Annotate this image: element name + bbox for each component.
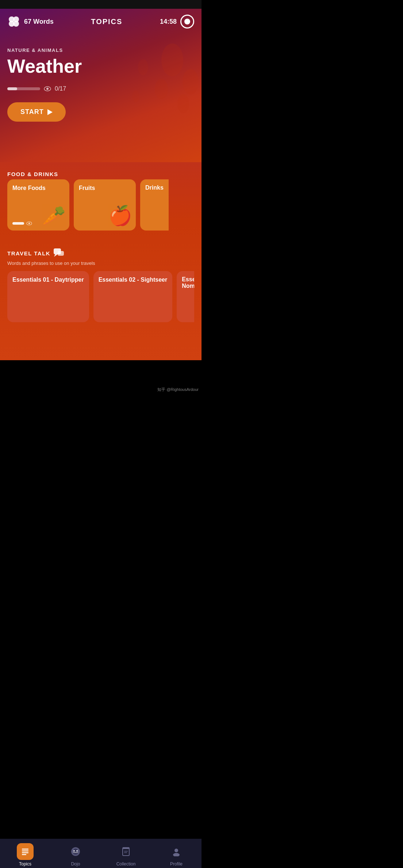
hero-content: NATURE & ANIMALS Weather 0/17 START: [0, 33, 202, 133]
food-drinks-title: FOOD & DRINKS: [7, 171, 58, 177]
essentials-03-card-partial[interactable]: Essen-Noma...: [177, 271, 194, 322]
time-display: 14:58: [160, 18, 177, 26]
food-drinks-header: FOOD & DRINKS: [7, 171, 194, 177]
eye-icon: [44, 86, 51, 91]
hero-progress-row: 0/17: [7, 85, 194, 92]
svg-point-13: [28, 222, 30, 224]
essentials-01-title: Essentials 01 - Daytripper: [12, 276, 84, 284]
travel-talk-cards: Essentials 01 - Daytripper Essentials 02…: [7, 271, 194, 325]
more-foods-card[interactable]: More Foods 🥕: [7, 179, 69, 231]
more-foods-bar: [12, 222, 24, 225]
essentials-02-title: Essentials 02 - Sightseer: [99, 276, 168, 284]
svg-rect-16: [58, 251, 64, 256]
start-button-label: START: [20, 108, 44, 116]
app-logo: [7, 15, 20, 28]
play-icon: [47, 109, 53, 115]
svg-marker-15: [54, 254, 58, 257]
food-drinks-cards: More Foods 🥕 Fruits 🍎: [7, 179, 194, 233]
fruits-card[interactable]: Fruits 🍎: [74, 179, 136, 231]
app-header: 67 Words TOPICS 14:58: [0, 9, 202, 33]
fruits-icon: 🍎: [108, 205, 132, 227]
food-drinks-section: FOOD & DRINKS More Foods 🥕: [0, 162, 202, 239]
more-foods-progress: [12, 221, 32, 225]
drinks-card-partial[interactable]: Drinks: [140, 179, 169, 231]
hero-section: 67 Words TOPICS 14:58 NATURE & ANIMALS W…: [0, 9, 202, 162]
category-label: NATURE & ANIMALS: [7, 47, 194, 53]
header-title: TOPICS: [91, 18, 122, 26]
hero-progress-text: 0/17: [55, 85, 66, 92]
watermark: 知乎 @RightousArdour: [157, 387, 199, 392]
essentials-02-card[interactable]: Essentials 02 - Sightseer: [93, 271, 173, 322]
main-content: FOOD & DRINKS More Foods 🥕: [0, 162, 202, 360]
essentials-01-card[interactable]: Essentials 01 - Daytripper: [7, 271, 89, 322]
hero-progress-bar-container: [7, 87, 40, 90]
status-bar: [0, 0, 202, 9]
record-button[interactable]: [180, 15, 194, 28]
travel-talk-section: TRAVEL TALK Words and phrases to use on …: [0, 239, 202, 331]
bottom-spacer: [0, 331, 202, 360]
svg-point-11: [46, 88, 49, 90]
words-count: 67 Words: [24, 18, 54, 26]
hero-title: Weather: [7, 56, 194, 77]
travel-talk-header: TRAVEL TALK: [7, 248, 194, 258]
more-foods-title: More Foods: [12, 184, 64, 192]
speech-icon: [53, 248, 64, 258]
travel-talk-title: TRAVEL TALK: [7, 250, 50, 256]
header-right: 14:58: [160, 15, 194, 28]
more-foods-eye: [26, 221, 32, 225]
record-inner: [184, 19, 190, 24]
drinks-title: Drinks: [145, 184, 164, 191]
start-button[interactable]: START: [7, 102, 66, 122]
fruits-title: Fruits: [79, 184, 131, 192]
hero-progress-bar-fill: [7, 87, 17, 90]
travel-talk-subtitle: Words and phrases to use on your travels: [7, 260, 194, 266]
svg-point-9: [13, 21, 19, 27]
more-foods-icon: 🥕: [42, 205, 66, 227]
header-left: 67 Words: [7, 15, 54, 28]
essentials-03-title: Essen-Noma...: [182, 276, 194, 289]
